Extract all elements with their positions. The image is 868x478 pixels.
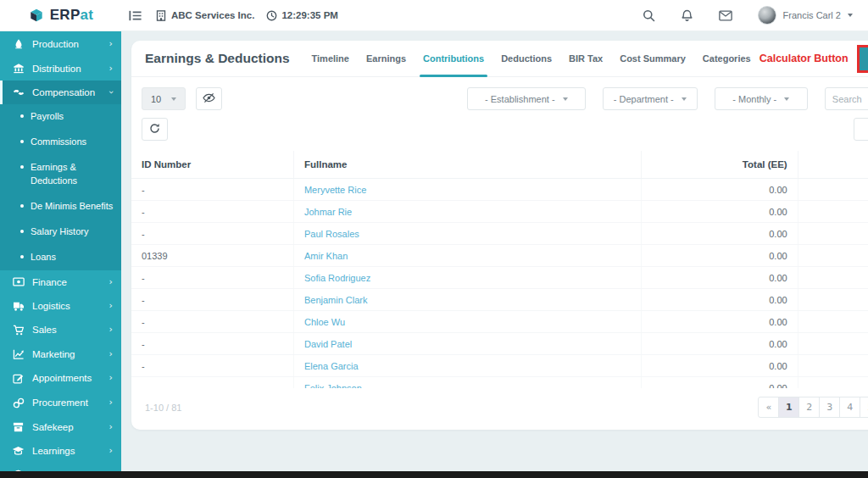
sidebar-item-finance[interactable]: Finance ›	[0, 270, 121, 294]
employee-link[interactable]: Johmar Rie	[304, 207, 352, 217]
calculator-button[interactable]: Calculator	[860, 47, 868, 70]
sidebar-item-learnings[interactable]: Learnings ›	[0, 439, 121, 463]
period-select[interactable]: - Monthly -	[715, 87, 808, 110]
sidebar-toggle-icon[interactable]	[128, 9, 142, 22]
sidebar-subitem-salary-history[interactable]: Salary History	[0, 220, 121, 245]
toggle-columns-button[interactable]	[196, 87, 222, 110]
total-er-cell: 0.00	[798, 245, 868, 267]
eye-slash-icon	[203, 92, 215, 107]
sidebar-subitem-de-minimis-benefits[interactable]: De Minimis Benefits	[0, 194, 121, 220]
subitem-label: Commissions	[31, 136, 86, 149]
employee-link[interactable]: Amir Khan	[304, 251, 348, 261]
establishment-value: - Establishment -	[485, 94, 555, 104]
sidebar-item-appointments[interactable]: Appointments ›	[0, 366, 121, 391]
user-avatar	[758, 6, 776, 25]
search-field	[825, 87, 868, 110]
chevron-right-icon: ›	[109, 325, 113, 334]
id-cell: -	[131, 223, 293, 245]
calculator-highlight-box: Calculator	[857, 45, 868, 73]
employee-link[interactable]: Elena Garcia	[304, 361, 359, 371]
id-cell: 01339	[131, 245, 293, 267]
pagination-page-2[interactable]: 2	[798, 397, 820, 418]
table-row: - Chloe Wu 0.00 0.00	[131, 311, 868, 333]
messages-envelope-icon[interactable]	[719, 10, 732, 21]
table-row: - Benjamin Clark 0.00 0.00	[131, 289, 868, 311]
calculator-annotation-label: Calculator Button	[760, 53, 849, 64]
sidebar-item-production[interactable]: Production ›	[0, 31, 121, 56]
label-select[interactable]: - Label -	[854, 118, 868, 141]
earnings-deductions-card: Earnings & Deductions Timeline Earnings …	[131, 41, 868, 430]
pagination-page-5[interactable]: 5	[860, 397, 868, 418]
bullet-icon	[20, 204, 24, 208]
employee-link[interactable]: Benjamin Clark	[304, 295, 368, 305]
total-ee-cell: 0.00	[642, 267, 798, 289]
pagination-prev[interactable]: «	[758, 397, 779, 418]
sidebar-item-distribution[interactable]: Distribution ›	[0, 56, 121, 81]
refresh-button[interactable]	[142, 118, 168, 141]
department-select[interactable]: - Department -	[603, 87, 698, 110]
page-size-select[interactable]: 10	[142, 87, 186, 110]
employee-link[interactable]: Paul Rosales	[304, 229, 359, 239]
sidebar-item-procurement[interactable]: Procurement ›	[0, 391, 121, 415]
tab-contributions[interactable]: Contributions	[415, 41, 492, 76]
sidebar-item-safekeep[interactable]: Safekeep ›	[0, 415, 121, 439]
sidebar-item-sales[interactable]: Sales ›	[0, 318, 121, 342]
main-content: Earnings & Deductions Timeline Earnings …	[121, 31, 868, 478]
table-row: - Johmar Rie 0.00 0.00	[131, 201, 868, 223]
bottom-dark-bar	[0, 471, 868, 478]
sidebar-item-logistics[interactable]: Logistics ›	[0, 294, 121, 318]
pagination-page-1[interactable]: 1	[778, 397, 799, 418]
distribution-icon	[12, 63, 25, 74]
total-er-cell: 0.00	[798, 179, 868, 201]
sidebar-subitem-payrolls[interactable]: Payrolls	[0, 104, 121, 130]
id-cell: -	[131, 289, 293, 311]
total-er-cell: 0.00	[798, 355, 868, 377]
total-er-cell: 0.00	[798, 333, 868, 355]
table-row: - Felix Johnson 0.00 0.00	[131, 377, 868, 389]
search-input[interactable]	[832, 94, 868, 104]
clock-icon	[266, 10, 277, 21]
production-icon	[12, 38, 25, 49]
sidebar-subitem-loans[interactable]: Loans	[0, 245, 121, 270]
employee-link[interactable]: Sofia Rodriguez	[304, 273, 370, 283]
tab-cost-summary[interactable]: Cost Summary	[611, 41, 694, 76]
tab-earnings[interactable]: Earnings	[358, 41, 415, 76]
safekeep-archive-icon	[12, 422, 25, 432]
sidebar-item-label: Production	[32, 39, 79, 49]
period-value: - Monthly -	[732, 94, 776, 104]
column-header-fullname: Fullname	[293, 151, 641, 179]
sidebar-subitem-commissions[interactable]: Commissions	[0, 130, 121, 155]
pagination-page-4[interactable]: 4	[839, 397, 860, 418]
company-selector[interactable]: ABC Services Inc.	[156, 10, 254, 21]
subitem-label: Earnings & Deductions	[31, 161, 114, 188]
top-bar: ERPat ABC Services Inc. 12:29:35 PM Fran…	[0, 0, 868, 31]
search-icon[interactable]	[643, 9, 655, 22]
chevron-right-icon: ›	[109, 278, 113, 286]
establishment-select[interactable]: - Establishment -	[467, 87, 586, 110]
sidebar-item-label: Appointments	[32, 373, 92, 383]
sidebar-item-label: Finance	[32, 277, 67, 287]
tab-timeline[interactable]: Timeline	[303, 41, 358, 76]
user-menu[interactable]: Francis Carl 2	[758, 6, 853, 25]
total-ee-cell: 0.00	[642, 201, 798, 223]
employee-link[interactable]: Meryvette Rice	[304, 185, 366, 195]
employee-link[interactable]: Chloe Wu	[304, 317, 345, 327]
sidebar-item-compensation[interactable]: Compensation ›	[0, 81, 121, 104]
employee-link[interactable]: David Patel	[304, 339, 352, 349]
tab-deductions[interactable]: Deductions	[492, 41, 560, 76]
tab-categories[interactable]: Categories	[694, 41, 760, 76]
id-cell: -	[131, 333, 293, 355]
column-header-id-number: ID Number	[131, 151, 293, 179]
sidebar-item-marketing[interactable]: Marketing ›	[0, 342, 121, 366]
compensation-group: Compensation › Payrolls Commissions Earn…	[0, 81, 121, 270]
tab-bir-tax[interactable]: BIR Tax	[560, 41, 611, 76]
pagination-page-3[interactable]: 3	[819, 397, 840, 418]
id-cell: -	[131, 355, 293, 377]
sidebar-subitem-earnings-deductions[interactable]: Earnings & Deductions	[0, 155, 121, 194]
marketing-chart-icon	[12, 349, 25, 359]
caret-down-icon	[784, 97, 789, 101]
total-er-cell: 0.00	[798, 311, 868, 333]
chevron-right-icon: ›	[109, 40, 113, 48]
notifications-bell-icon[interactable]	[681, 9, 693, 22]
app-logo[interactable]: ERPat	[0, 7, 121, 24]
